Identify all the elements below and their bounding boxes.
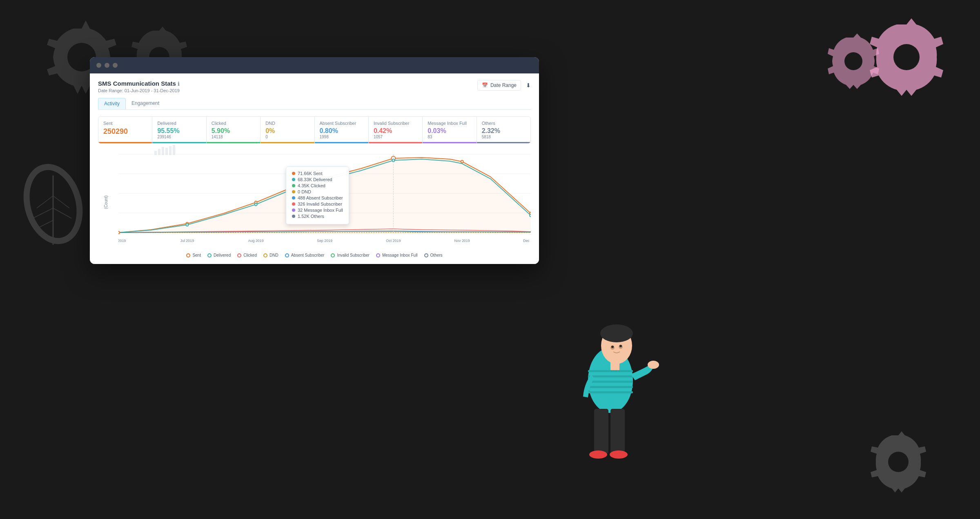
svg-point-3 xyxy=(844,52,862,70)
date-range-btn-label: Date Range xyxy=(490,82,517,88)
tab-engagement[interactable]: Engagement xyxy=(126,98,165,109)
page-title: SMS Communication Stats ℹ xyxy=(98,80,180,87)
stat-delivered-sub: 239146 xyxy=(157,135,201,139)
date-range-button[interactable]: 📅 Date Range xyxy=(477,80,521,91)
stat-clicked-bar xyxy=(207,142,260,143)
svg-text:Jun 2019: Jun 2019 xyxy=(118,239,126,243)
stat-clicked: Clicked 5.90% 14118 xyxy=(207,117,261,143)
title-section: SMS Communication Stats ℹ Date Range: 01… xyxy=(98,80,180,93)
svg-rect-21 xyxy=(610,360,619,370)
tooltip-row-invalid: 326 Invalid Subscriber xyxy=(292,202,343,206)
legend-others-label: Others xyxy=(430,253,443,257)
stat-inbox-label: Message Inbox Full xyxy=(428,121,471,126)
tooltip-row-others: 1.52K Others xyxy=(292,214,343,219)
tooltip-clicked-label: 4.35K Clicked xyxy=(298,183,325,188)
legend-sent-label: Sent xyxy=(192,253,201,257)
title-text: SMS Communication Stats xyxy=(98,80,176,87)
stat-sent-bar xyxy=(98,142,152,143)
download-button[interactable]: ⬇ xyxy=(526,82,531,89)
svg-point-59 xyxy=(530,214,531,217)
date-range-subtitle: Date Range: 01-Jun-2019 - 31-Dec-2019 xyxy=(98,88,180,93)
legend-inbox: Message Inbox Full xyxy=(376,253,418,257)
svg-rect-14 xyxy=(588,370,633,372)
info-icon: ℹ xyxy=(178,81,180,87)
stat-dnd-pct: 0% xyxy=(265,127,309,135)
tab-activity[interactable]: Activity xyxy=(98,98,126,109)
tooltip-inbox-label: 32 Message Inbox Full xyxy=(298,208,343,213)
svg-rect-65 xyxy=(169,146,172,155)
svg-point-20 xyxy=(600,324,633,342)
chart-tooltip: 71.66K Sent 68.33K Delivered 4.35K Click… xyxy=(286,166,349,224)
dashboard-card: SMS Communication Stats ℹ Date Range: 01… xyxy=(90,57,539,264)
svg-rect-15 xyxy=(588,375,633,377)
svg-rect-18 xyxy=(588,391,633,393)
tooltip-row-clicked: 4.35K Clicked xyxy=(292,183,343,188)
header-actions: 📅 Date Range ⬇ xyxy=(477,80,531,91)
svg-point-2 xyxy=(893,44,920,70)
svg-text:Jul 2019: Jul 2019 xyxy=(180,239,194,243)
stat-invalid: Invalid Subscriber 0.42% 1057 xyxy=(369,117,423,143)
titlebar-dot-2 xyxy=(105,63,109,68)
stat-absent: Absent Subscriber 0.80% 1998 xyxy=(315,117,369,143)
stat-absent-sub: 1998 xyxy=(320,135,363,139)
stat-invalid-sub: 1057 xyxy=(374,135,417,139)
svg-rect-66 xyxy=(173,145,175,155)
card-header: SMS Communication Stats ℹ Date Range: 01… xyxy=(98,80,531,93)
leaf-decoration xyxy=(16,155,90,269)
mini-bar-chart xyxy=(154,143,179,155)
stat-clicked-pct: 5.90% xyxy=(212,127,255,135)
stat-others-pct: 2.32% xyxy=(482,127,526,135)
svg-point-22 xyxy=(648,361,659,369)
gear-topright2 xyxy=(825,33,882,90)
tooltip-row-delivered: 68.33K Delivered xyxy=(292,177,343,182)
legend-inbox-label: Message Inbox Full xyxy=(382,253,418,257)
legend-dot-invalid xyxy=(331,253,335,257)
svg-point-55 xyxy=(186,224,188,226)
stat-absent-label: Absent Subscriber xyxy=(320,121,363,126)
svg-rect-63 xyxy=(162,147,164,155)
svg-rect-62 xyxy=(158,149,160,155)
tooltip-dot-clicked xyxy=(292,184,295,187)
svg-text:Aug 2019: Aug 2019 xyxy=(248,239,264,243)
calendar-icon: 📅 xyxy=(482,82,488,88)
stat-inbox-bar xyxy=(423,142,476,143)
svg-point-29 xyxy=(611,346,614,348)
tooltip-dot-invalid xyxy=(292,202,295,206)
svg-point-56 xyxy=(255,203,257,206)
chart-container: (Count) 80K 60K 40K 20K 0 Jun 2019 Jul 2… xyxy=(98,150,531,250)
stat-dnd: DND 0% 0 xyxy=(261,117,314,143)
tooltip-sent-label: 71.66K Sent xyxy=(298,171,323,176)
legend-invalid: Invalid Subscriber xyxy=(331,253,369,257)
svg-point-26 xyxy=(610,450,628,459)
svg-text:Dec 2019: Dec 2019 xyxy=(523,239,531,243)
tooltip-dot-delivered xyxy=(292,178,295,181)
tooltip-row-dnd: 0 DND xyxy=(292,189,343,194)
tooltip-dot-inbox xyxy=(292,208,295,212)
stat-clicked-label: Clicked xyxy=(212,121,255,126)
stat-clicked-sub: 14118 xyxy=(212,135,255,139)
legend-dot-dnd xyxy=(263,253,267,257)
tabs-container: Activity Engagement xyxy=(98,98,531,110)
legend-clicked-label: Clicked xyxy=(243,253,257,257)
stat-sent-label: Sent xyxy=(103,121,147,126)
svg-point-48 xyxy=(118,231,120,234)
legend-dnd: DND xyxy=(263,253,278,257)
card-content: SMS Communication Stats ℹ Date Range: 01… xyxy=(90,73,539,264)
svg-point-4 xyxy=(888,452,909,472)
tooltip-dot-absent xyxy=(292,196,295,200)
tooltip-others-label: 1.52K Others xyxy=(298,214,324,219)
stat-delivered-label: Delivered xyxy=(157,121,201,126)
tooltip-absent-label: 488 Absent Subscriber xyxy=(298,195,343,200)
svg-text:Nov 2019: Nov 2019 xyxy=(454,239,470,243)
svg-rect-61 xyxy=(154,151,157,155)
stat-invalid-bar xyxy=(369,142,422,143)
tooltip-dnd-label: 0 DND xyxy=(298,189,311,194)
legend-invalid-label: Invalid Subscriber xyxy=(337,253,369,257)
svg-rect-23 xyxy=(594,409,608,454)
stat-dnd-sub: 0 xyxy=(265,135,309,139)
stat-sent: Sent 250290 xyxy=(98,117,152,143)
tooltip-row-absent: 488 Absent Subscriber xyxy=(292,195,343,200)
legend-dot-inbox xyxy=(376,253,380,257)
chart-legend: Sent Delivered Clicked DND Absent Subscr… xyxy=(98,253,531,257)
legend-absent-label: Absent Subscriber xyxy=(291,253,325,257)
